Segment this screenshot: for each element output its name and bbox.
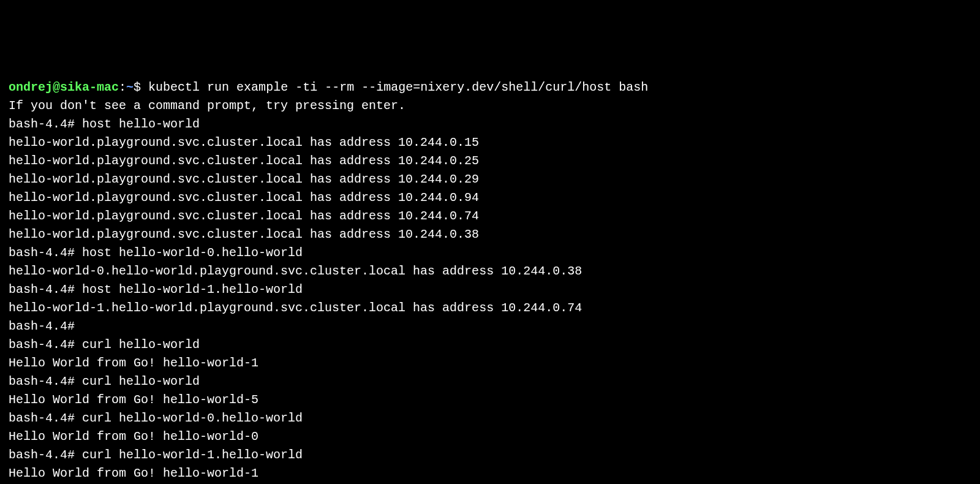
prompt-sep: : <box>119 80 126 94</box>
terminal-output: Hello World from Go! hello-world-5 <box>9 391 971 409</box>
terminal-line: bash-4.4# host hello-world <box>9 115 971 134</box>
terminal-line: bash-4.4# curl hello-world <box>9 372 971 391</box>
terminal-output: hello-world.playground.svc.cluster.local… <box>9 189 971 207</box>
command-text: curl hello-world-1.hello-world <box>82 448 303 462</box>
terminal-line: bash-4.4# curl hello-world-1.hello-world <box>9 446 971 464</box>
prompt-host: sika-mac <box>60 80 119 94</box>
command-text: host hello-world-1.hello-world <box>82 282 303 297</box>
shell-prompt: bash-4.4# <box>9 319 82 333</box>
terminal-output: Hello World from Go! hello-world-0 <box>9 428 971 446</box>
prompt-path: ~ <box>126 80 134 94</box>
terminal-output: If you don't see a command prompt, try p… <box>9 97 971 115</box>
terminal-line: bash-4.4# host hello-world-0.hello-world <box>9 244 971 262</box>
prompt-user: ondrej <box>9 80 53 94</box>
terminal-output: Hello World from Go! hello-world-1 <box>9 354 971 372</box>
shell-prompt: bash-4.4# <box>9 338 82 352</box>
shell-prompt: bash-4.4# <box>9 374 82 388</box>
terminal-line: bash-4.4# curl hello-world-0.hello-world <box>9 409 971 428</box>
shell-prompt: bash-4.4# <box>9 448 82 462</box>
terminal-line-prompt: ondrej@sika-mac:~$ kubectl run example -… <box>9 78 971 97</box>
shell-prompt: bash-4.4# <box>9 117 82 131</box>
terminal-output: hello-world.playground.svc.cluster.local… <box>9 134 971 152</box>
shell-prompt: bash-4.4# <box>9 246 82 260</box>
terminal-window[interactable]: ondrej@sika-mac:~$ kubectl run example -… <box>9 78 971 484</box>
command-text: curl hello-world <box>82 338 200 352</box>
shell-prompt: bash-4.4# <box>9 411 82 425</box>
terminal-output: Hello World from Go! hello-world-1 <box>9 464 971 483</box>
terminal-output: hello-world-1.hello-world.playground.svc… <box>9 299 971 317</box>
shell-prompt: bash-4.4# <box>9 282 82 297</box>
terminal-line: bash-4.4# host hello-world-1.hello-world <box>9 281 971 299</box>
command-text: curl hello-world <box>82 374 200 388</box>
command-text: host hello-world-0.hello-world <box>82 246 303 260</box>
terminal-line: bash-4.4# curl hello-world <box>9 336 971 354</box>
terminal-output: hello-world.playground.svc.cluster.local… <box>9 152 971 170</box>
command-text: host hello-world <box>82 117 200 131</box>
prompt-at: @ <box>53 80 60 94</box>
command-text: kubectl run example -ti --rm --image=nix… <box>148 80 648 94</box>
terminal-output: hello-world-0.hello-world.playground.svc… <box>9 262 971 281</box>
terminal-line: bash-4.4# <box>9 317 971 336</box>
prompt-dollar: $ <box>134 80 148 94</box>
command-text: curl hello-world-0.hello-world <box>82 411 303 425</box>
terminal-output: hello-world.playground.svc.cluster.local… <box>9 225 971 244</box>
terminal-output: hello-world.playground.svc.cluster.local… <box>9 207 971 225</box>
terminal-output: hello-world.playground.svc.cluster.local… <box>9 170 971 189</box>
